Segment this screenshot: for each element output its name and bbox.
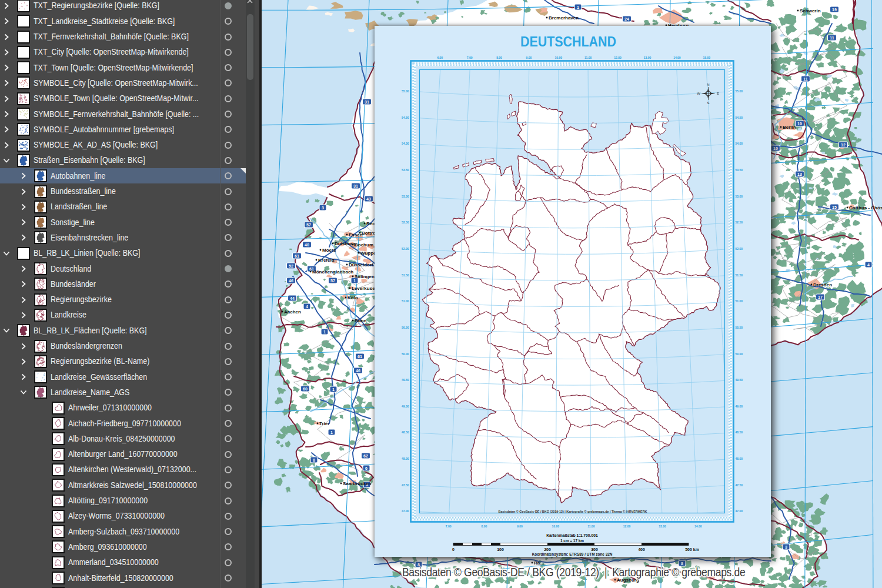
svg-text:50.50: 50.50 [736, 326, 743, 329]
svg-text:48.50: 48.50 [736, 430, 743, 434]
svg-text:46: 46 [356, 369, 360, 373]
svg-text:8: 8 [313, 458, 315, 462]
svg-text:19: 19 [832, 8, 837, 12]
svg-text:49.50: 49.50 [736, 378, 743, 382]
svg-text:48.00: 48.00 [736, 457, 743, 460]
svg-text:Koordinatensystem: ETRS89 / UT: Koordinatensystem: ETRS89 / UTM zone 32N [532, 552, 613, 557]
svg-text:7.00: 7.00 [467, 56, 473, 59]
svg-text:44: 44 [290, 296, 295, 300]
svg-text:54.50: 54.50 [736, 116, 743, 119]
svg-text:52.50: 52.50 [736, 220, 743, 224]
svg-text:54.50: 54.50 [402, 116, 409, 119]
svg-text:13.00: 13.00 [644, 56, 652, 59]
svg-text:13.00: 13.00 [659, 524, 666, 528]
svg-text:DEUTSCHLAND: DEUTSCHLAND [520, 34, 616, 49]
svg-text:49.00: 49.00 [402, 405, 409, 408]
svg-text:50.50: 50.50 [402, 326, 409, 329]
svg-text:12: 12 [841, 143, 846, 147]
svg-text:13: 13 [797, 172, 802, 176]
svg-text:62: 62 [363, 454, 368, 458]
svg-text:49.00: 49.00 [736, 405, 743, 408]
svg-text:48.50: 48.50 [402, 430, 409, 434]
svg-text:9.00: 9.00 [517, 524, 523, 528]
svg-text:8.00: 8.00 [482, 524, 487, 528]
svg-text:Trier: Trier [319, 421, 329, 426]
svg-text:Mönchengladbach: Mönchengladbach [312, 269, 353, 275]
svg-text:52.50: 52.50 [402, 220, 409, 224]
svg-text:61: 61 [358, 355, 362, 359]
svg-text:47.50: 47.50 [402, 483, 409, 487]
svg-text:53.50: 53.50 [736, 168, 743, 172]
svg-text:47.50: 47.50 [736, 483, 743, 487]
svg-text:15.00: 15.00 [703, 56, 710, 59]
svg-text:Saarbrücken: Saarbrücken [343, 481, 372, 486]
svg-text:31: 31 [365, 100, 369, 104]
svg-text:53.50: 53.50 [402, 168, 409, 172]
svg-text:43: 43 [366, 197, 371, 201]
svg-text:400: 400 [638, 547, 645, 552]
svg-text:10: 10 [797, 122, 802, 126]
svg-text:24: 24 [624, 17, 629, 21]
svg-text:53.00: 53.00 [402, 195, 409, 198]
svg-text:11: 11 [830, 36, 834, 40]
svg-text:11: 11 [803, 77, 808, 81]
svg-text:200: 200 [544, 547, 551, 552]
svg-text:Kartenmaßstab 1:1.700.001: Kartenmaßstab 1:1.700.001 [546, 533, 598, 537]
svg-text:17: 17 [818, 295, 823, 299]
svg-text:300: 300 [591, 547, 598, 552]
svg-text:57: 57 [306, 223, 311, 227]
svg-text:55.00: 55.00 [736, 89, 743, 93]
svg-text:12.00: 12.00 [623, 524, 631, 528]
svg-text:51.50: 51.50 [402, 273, 409, 277]
svg-text:48.00: 48.00 [402, 457, 409, 460]
svg-text:10.00: 10.00 [552, 524, 559, 528]
svg-text:51.50: 51.50 [736, 273, 743, 277]
svg-text:Duisburg: Duisburg [335, 241, 355, 246]
svg-text:46: 46 [289, 279, 293, 283]
svg-text:Cottbus - Chósebuz: Cottbus - Chósebuz [849, 205, 882, 211]
svg-text:3: 3 [785, 545, 787, 549]
svg-text:1 cm = 17 km: 1 cm = 17 km [560, 539, 584, 543]
svg-text:11.00: 11.00 [584, 56, 592, 59]
svg-text:47.00: 47.00 [402, 509, 409, 513]
svg-text:53.00: 53.00 [736, 195, 743, 198]
svg-text:500 km: 500 km [685, 547, 699, 552]
svg-text:N: N [707, 83, 709, 86]
svg-text:Moers: Moers [322, 248, 336, 253]
svg-text:51.00: 51.00 [736, 299, 743, 303]
svg-text:Dresden: Dresden [813, 282, 832, 288]
svg-text:9.00: 9.00 [526, 56, 532, 59]
svg-text:12.00: 12.00 [614, 56, 622, 59]
svg-text:8.00: 8.00 [496, 56, 502, 59]
svg-text:7.00: 7.00 [446, 524, 452, 528]
svg-text:55.00: 55.00 [402, 89, 409, 93]
svg-text:14.00: 14.00 [694, 524, 702, 528]
svg-text:3: 3 [322, 206, 324, 210]
svg-text:11.00: 11.00 [587, 524, 594, 528]
svg-text:Bochum: Bochum [355, 242, 373, 248]
svg-text:54.00: 54.00 [402, 142, 409, 145]
svg-text:51.00: 51.00 [402, 299, 409, 303]
svg-text:Solingen: Solingen [355, 274, 375, 279]
svg-text:1: 1 [330, 430, 333, 435]
svg-text:15: 15 [832, 205, 837, 209]
svg-text:1: 1 [332, 387, 335, 392]
svg-text:61: 61 [295, 254, 299, 258]
svg-text:W: W [697, 92, 700, 95]
svg-text:Köln: Köln [348, 295, 358, 300]
svg-text:10: 10 [773, 146, 778, 151]
svg-text:Schwerin: Schwerin [800, 8, 821, 14]
svg-text:Basisdaten © GeoBasis-DE / BKG: Basisdaten © GeoBasis-DE / BKG (2019-12)… [499, 510, 647, 513]
svg-text:Bremerhaven: Bremerhaven [549, 15, 579, 21]
svg-text:Berlin: Berlin [783, 125, 796, 130]
svg-text:4: 4 [306, 305, 308, 309]
svg-text:49.50: 49.50 [402, 378, 409, 382]
svg-text:Bonn: Bonn [355, 318, 367, 323]
svg-text:47.00: 47.00 [736, 509, 743, 513]
svg-text:57: 57 [330, 279, 335, 283]
svg-text:50.00: 50.00 [402, 352, 409, 356]
svg-text:52.00: 52.00 [736, 247, 743, 250]
svg-text:6: 6 [365, 466, 368, 470]
svg-text:40: 40 [305, 243, 309, 247]
svg-text:52.00: 52.00 [402, 247, 409, 250]
